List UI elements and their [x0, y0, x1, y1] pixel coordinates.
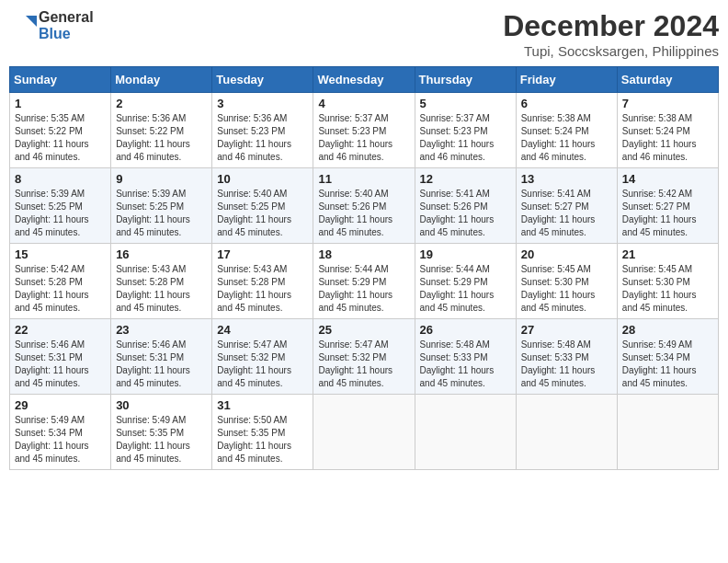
col-sunday: Sunday — [10, 67, 111, 93]
calendar-cell: 28Sunrise: 5:49 AM Sunset: 5:34 PM Dayli… — [617, 319, 718, 395]
col-friday: Friday — [516, 67, 617, 93]
calendar-cell: 3Sunrise: 5:36 AM Sunset: 5:23 PM Daylig… — [212, 93, 313, 168]
day-number: 24 — [217, 323, 308, 337]
calendar-week-row: 1Sunrise: 5:35 AM Sunset: 5:22 PM Daylig… — [10, 93, 719, 168]
calendar-cell — [415, 395, 516, 470]
calendar-cell — [516, 395, 617, 470]
calendar-cell: 22Sunrise: 5:46 AM Sunset: 5:31 PM Dayli… — [10, 319, 111, 395]
cell-content: Sunrise: 5:49 AM Sunset: 5:35 PM Dayligh… — [116, 414, 207, 465]
main-title: December 2024 — [503, 9, 719, 43]
calendar-week-row: 22Sunrise: 5:46 AM Sunset: 5:31 PM Dayli… — [10, 319, 719, 395]
day-number: 30 — [116, 398, 207, 412]
cell-content: Sunrise: 5:48 AM Sunset: 5:33 PM Dayligh… — [521, 339, 612, 390]
calendar-cell: 14Sunrise: 5:42 AM Sunset: 5:27 PM Dayli… — [617, 168, 718, 244]
cell-content: Sunrise: 5:45 AM Sunset: 5:30 PM Dayligh… — [622, 263, 713, 315]
logo-blue: Blue — [39, 26, 94, 42]
day-number: 17 — [217, 247, 308, 261]
cell-content: Sunrise: 5:47 AM Sunset: 5:32 PM Dayligh… — [318, 339, 409, 390]
calendar-cell: 12Sunrise: 5:41 AM Sunset: 5:26 PM Dayli… — [415, 168, 516, 244]
calendar-cell: 10Sunrise: 5:40 AM Sunset: 5:25 PM Dayli… — [212, 168, 313, 244]
logo-bird-icon — [9, 12, 37, 40]
col-wednesday: Wednesday — [313, 67, 415, 93]
calendar-cell: 19Sunrise: 5:44 AM Sunset: 5:29 PM Dayli… — [415, 244, 516, 319]
day-number: 14 — [622, 172, 713, 186]
calendar-cell: 30Sunrise: 5:49 AM Sunset: 5:35 PM Dayli… — [111, 395, 212, 470]
cell-content: Sunrise: 5:45 AM Sunset: 5:30 PM Dayligh… — [521, 263, 612, 315]
cell-content: Sunrise: 5:44 AM Sunset: 5:29 PM Dayligh… — [420, 263, 511, 315]
title-section: December 2024 Tupi, Soccsksargen, Philip… — [503, 9, 719, 59]
cell-content: Sunrise: 5:46 AM Sunset: 5:31 PM Dayligh… — [15, 339, 106, 390]
calendar-cell: 25Sunrise: 5:47 AM Sunset: 5:32 PM Dayli… — [313, 319, 415, 395]
calendar-cell: 21Sunrise: 5:45 AM Sunset: 5:30 PM Dayli… — [617, 244, 718, 319]
calendar-cell: 24Sunrise: 5:47 AM Sunset: 5:32 PM Dayli… — [212, 319, 313, 395]
calendar-cell: 16Sunrise: 5:43 AM Sunset: 5:28 PM Dayli… — [111, 244, 212, 319]
day-number: 4 — [318, 97, 409, 110]
calendar-cell: 23Sunrise: 5:46 AM Sunset: 5:31 PM Dayli… — [111, 319, 212, 395]
day-number: 13 — [521, 172, 612, 186]
day-number: 19 — [420, 247, 511, 261]
day-number: 26 — [420, 323, 511, 337]
calendar-table: Sunday Monday Tuesday Wednesday Thursday… — [9, 66, 719, 470]
cell-content: Sunrise: 5:39 AM Sunset: 5:25 PM Dayligh… — [15, 188, 106, 239]
cell-content: Sunrise: 5:36 AM Sunset: 5:22 PM Dayligh… — [116, 112, 207, 164]
day-number: 10 — [217, 172, 308, 186]
calendar-week-row: 15Sunrise: 5:42 AM Sunset: 5:28 PM Dayli… — [10, 244, 719, 319]
day-number: 7 — [622, 97, 713, 110]
cell-content: Sunrise: 5:41 AM Sunset: 5:26 PM Dayligh… — [420, 188, 511, 239]
cell-content: Sunrise: 5:42 AM Sunset: 5:28 PM Dayligh… — [15, 263, 106, 315]
cell-content: Sunrise: 5:35 AM Sunset: 5:22 PM Dayligh… — [15, 112, 106, 164]
day-number: 1 — [15, 97, 106, 110]
logo-general: General — [39, 9, 94, 26]
day-number: 3 — [217, 97, 308, 110]
cell-content: Sunrise: 5:40 AM Sunset: 5:26 PM Dayligh… — [318, 188, 409, 239]
logo: General Blue — [9, 9, 94, 41]
calendar-cell: 11Sunrise: 5:40 AM Sunset: 5:26 PM Dayli… — [313, 168, 415, 244]
cell-content: Sunrise: 5:40 AM Sunset: 5:25 PM Dayligh… — [217, 188, 308, 239]
calendar-header-row: Sunday Monday Tuesday Wednesday Thursday… — [10, 67, 719, 93]
calendar-cell: 13Sunrise: 5:41 AM Sunset: 5:27 PM Dayli… — [516, 168, 617, 244]
cell-content: Sunrise: 5:38 AM Sunset: 5:24 PM Dayligh… — [521, 112, 612, 164]
col-thursday: Thursday — [415, 67, 516, 93]
cell-content: Sunrise: 5:46 AM Sunset: 5:31 PM Dayligh… — [116, 339, 207, 390]
cell-content: Sunrise: 5:49 AM Sunset: 5:34 PM Dayligh… — [622, 339, 713, 390]
day-number: 29 — [15, 398, 106, 412]
calendar-week-row: 29Sunrise: 5:49 AM Sunset: 5:34 PM Dayli… — [10, 395, 719, 470]
day-number: 20 — [521, 247, 612, 261]
cell-content: Sunrise: 5:41 AM Sunset: 5:27 PM Dayligh… — [521, 188, 612, 239]
calendar-cell: 9Sunrise: 5:39 AM Sunset: 5:25 PM Daylig… — [111, 168, 212, 244]
col-monday: Monday — [111, 67, 212, 93]
cell-content: Sunrise: 5:39 AM Sunset: 5:25 PM Dayligh… — [116, 188, 207, 239]
logo-text: General Blue — [9, 9, 94, 41]
day-number: 9 — [116, 172, 207, 186]
day-number: 22 — [15, 323, 106, 337]
day-number: 28 — [622, 323, 713, 337]
day-number: 8 — [15, 172, 106, 186]
calendar-cell: 27Sunrise: 5:48 AM Sunset: 5:33 PM Dayli… — [516, 319, 617, 395]
day-number: 16 — [116, 247, 207, 261]
calendar-cell: 7Sunrise: 5:38 AM Sunset: 5:24 PM Daylig… — [617, 93, 718, 168]
day-number: 27 — [521, 323, 612, 337]
calendar-week-row: 8Sunrise: 5:39 AM Sunset: 5:25 PM Daylig… — [10, 168, 719, 244]
day-number: 23 — [116, 323, 207, 337]
day-number: 5 — [420, 97, 511, 110]
calendar-cell: 18Sunrise: 5:44 AM Sunset: 5:29 PM Dayli… — [313, 244, 415, 319]
cell-content: Sunrise: 5:42 AM Sunset: 5:27 PM Dayligh… — [622, 188, 713, 239]
day-number: 11 — [318, 172, 409, 186]
calendar-cell: 6Sunrise: 5:38 AM Sunset: 5:24 PM Daylig… — [516, 93, 617, 168]
calendar-cell: 20Sunrise: 5:45 AM Sunset: 5:30 PM Dayli… — [516, 244, 617, 319]
cell-content: Sunrise: 5:37 AM Sunset: 5:23 PM Dayligh… — [420, 112, 511, 164]
calendar-cell: 8Sunrise: 5:39 AM Sunset: 5:25 PM Daylig… — [10, 168, 111, 244]
cell-content: Sunrise: 5:36 AM Sunset: 5:23 PM Dayligh… — [217, 112, 308, 164]
col-saturday: Saturday — [617, 67, 718, 93]
cell-content: Sunrise: 5:49 AM Sunset: 5:34 PM Dayligh… — [15, 414, 106, 465]
cell-content: Sunrise: 5:43 AM Sunset: 5:28 PM Dayligh… — [116, 263, 207, 315]
calendar-cell: 29Sunrise: 5:49 AM Sunset: 5:34 PM Dayli… — [10, 395, 111, 470]
calendar-cell: 4Sunrise: 5:37 AM Sunset: 5:23 PM Daylig… — [313, 93, 415, 168]
calendar-cell: 1Sunrise: 5:35 AM Sunset: 5:22 PM Daylig… — [10, 93, 111, 168]
calendar-cell — [313, 395, 415, 470]
calendar-cell: 17Sunrise: 5:43 AM Sunset: 5:28 PM Dayli… — [212, 244, 313, 319]
day-number: 31 — [217, 398, 308, 412]
cell-content: Sunrise: 5:48 AM Sunset: 5:33 PM Dayligh… — [420, 339, 511, 390]
cell-content: Sunrise: 5:47 AM Sunset: 5:32 PM Dayligh… — [217, 339, 308, 390]
day-number: 2 — [116, 97, 207, 110]
